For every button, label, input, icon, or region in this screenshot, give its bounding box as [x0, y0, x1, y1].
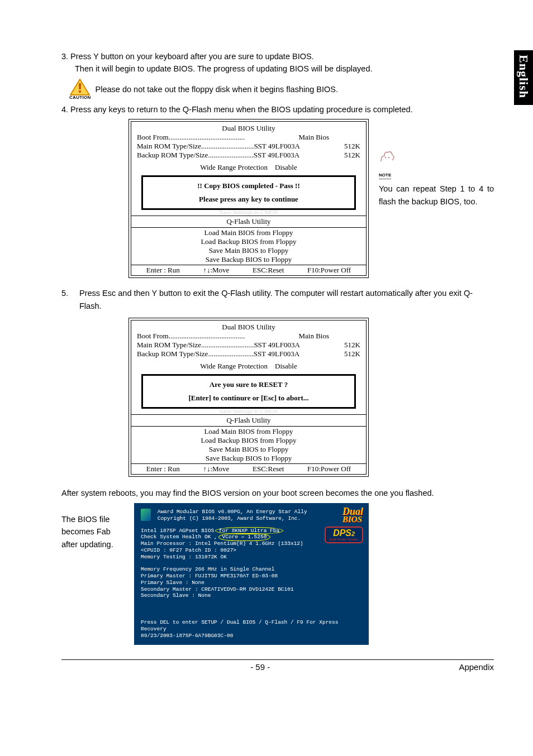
step3-line1: 3. Press Y button on your keyboard after… — [61, 50, 494, 63]
footer-section: Appendix — [459, 662, 494, 672]
post-side-note: The BIOS file becomes Fab after updating… — [61, 503, 126, 551]
bios-popup-reset: Are you sure to RESET ? [Enter] to conti… — [141, 374, 356, 409]
step5-text: Press Esc and then Y button to exit the … — [79, 287, 494, 312]
dps-logo: DPS2 Dual Power System — [325, 527, 363, 543]
bios-utility-screenshot-2: Dual BIOS Utility Boot From.............… — [129, 318, 369, 477]
qflash-title: Q-Flash Utility — [131, 216, 366, 226]
bios-popup-pass: !! Copy BIOS completed - Pass !! Please … — [141, 175, 356, 210]
note-icon — [379, 149, 494, 167]
svg-point-4 — [388, 157, 389, 158]
key-hints: Enter : Run ↑↓:Move ESC:Reset F10:Power … — [131, 265, 366, 275]
step5-number: 5. — [61, 287, 70, 312]
dual-bios-logo: Dual BIOS — [342, 508, 363, 523]
step4: 4. Press any keys to return to the Q-Fla… — [61, 103, 494, 116]
page-number: - 59 - — [250, 662, 270, 672]
caution-icon: CAUTION — [69, 79, 91, 100]
svg-rect-1 — [79, 83, 81, 89]
caution-label: CAUTION — [69, 95, 91, 100]
bios-utility-screenshot-1: Dual BIOS Utility Boot From.............… — [129, 119, 369, 278]
bios-title: Dual BIOS Utility — [137, 124, 360, 133]
caution-text: Please do not take out the floppy disk w… — [96, 83, 338, 95]
note-label: NOTE — [379, 172, 391, 179]
after-reboot-text: After system reboots, you may find the B… — [61, 487, 494, 499]
award-logo-icon — [141, 509, 151, 521]
language-tab: English — [514, 50, 533, 105]
svg-point-2 — [79, 90, 82, 93]
svg-point-3 — [385, 157, 386, 158]
step3-line2: Then it will begin to update BIOS. The p… — [61, 63, 494, 75]
note-text: You can repeat Step 1 to 4 to flash the … — [379, 183, 494, 208]
qflash-menu: Load Main BIOS from Floppy Load Backup B… — [131, 227, 366, 265]
post-boot-screenshot: Dual BIOS DPS2 Dual Power System Award M… — [134, 503, 369, 645]
wide-range-protection: Wide Range Protection Disable — [137, 163, 360, 172]
